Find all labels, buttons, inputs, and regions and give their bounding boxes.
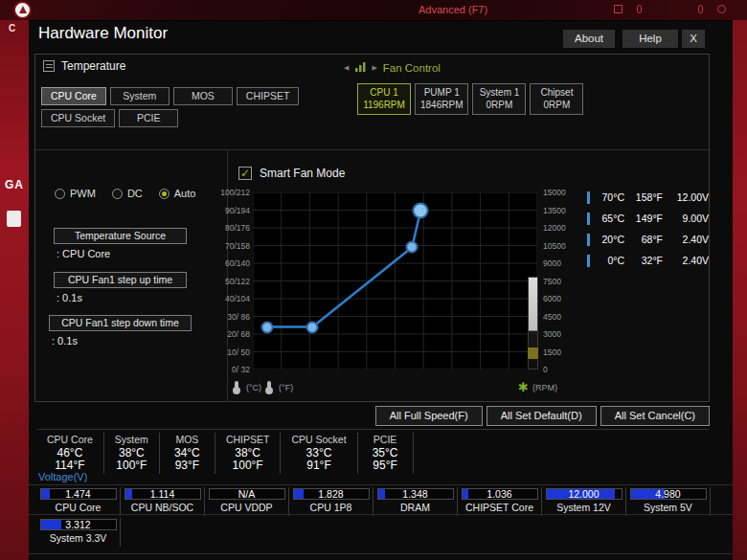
- temp-tab-cpu-socket[interactable]: CPU Socket: [41, 109, 115, 127]
- voltage-value: 1.036: [463, 489, 537, 500]
- mode-radio-dc[interactable]: DC: [112, 188, 143, 199]
- temp-readout-cpu-socket: CPU Socket33°C91°F: [281, 433, 357, 474]
- rpm-axis-label: 10500: [543, 241, 566, 251]
- rpm-axis-label: 12000: [543, 223, 566, 233]
- temp-tab-pcie[interactable]: PCIE: [119, 109, 178, 127]
- help-button[interactable]: Help: [622, 30, 678, 48]
- legend-row: 0°C32°F2.40V: [587, 250, 709, 271]
- temperature-section-label: Temperature: [61, 59, 125, 73]
- temp-axis-label: 0/ 32: [232, 365, 250, 374]
- temp-axis-label: 50/122: [225, 277, 250, 286]
- step-up-time-button[interactable]: CPU Fan1 step up time: [54, 272, 187, 288]
- fan-control-header: ◀ ▶ Fan Control: [344, 59, 441, 77]
- voltage-value: 1.828: [294, 489, 369, 500]
- window-title: Hardware Monitor: [38, 24, 168, 43]
- temperature-readouts: CPU Core46°C114°FSystem38°C100°FMOS34°C9…: [36, 429, 710, 474]
- voltage-readouts-row2: 3.312System 3.3V: [36, 518, 121, 547]
- voltage-system-5v: 4.980System 5V: [626, 487, 711, 516]
- temperature-source-value: : CPU Core: [57, 248, 110, 259]
- voltage-name: System 12V: [544, 502, 623, 513]
- voltage-name: CPU 1P8: [291, 502, 371, 513]
- chevron-left-icon[interactable]: ◀: [344, 64, 349, 72]
- rpm-axis-label: 9000: [543, 258, 561, 268]
- topbar-status-icons: [698, 5, 726, 13]
- mode-label: DC: [127, 188, 143, 199]
- temperature-source-button[interactable]: Temperature Source: [54, 228, 187, 244]
- advanced-mode-label[interactable]: Advanced (F7): [419, 4, 487, 15]
- voltage-value: 12.000: [547, 489, 622, 500]
- radio-icon: [159, 189, 170, 199]
- fan-control-panel: Temperature ◀ ▶ Fan Control CPU CoreSyst…: [34, 54, 710, 402]
- temp-axis-label: 10/ 50: [227, 347, 250, 357]
- temp-fahrenheit: 91°F: [291, 459, 346, 472]
- temperature-section-header: Temperature: [43, 59, 125, 73]
- legend-tick-icon: [587, 234, 590, 246]
- voltage-system-3-3v: 3.312System 3.3V: [36, 518, 121, 547]
- close-button[interactable]: X: [682, 30, 705, 48]
- about-button[interactable]: About: [563, 30, 615, 48]
- fan-curve-point[interactable]: [413, 202, 429, 218]
- temp-name: CPU Socket: [291, 434, 346, 445]
- temp-fahrenheit: 100°F: [115, 459, 148, 472]
- voltage-cpu-core: 1.474CPU Core: [36, 487, 121, 516]
- chevron-right-icon[interactable]: ▶: [372, 64, 376, 72]
- temp-axis-label: 100/212: [220, 188, 250, 197]
- temperature-axis: 100/21290/19480/17670/15860/14050/12240/…: [230, 192, 250, 370]
- temp-axis-label: 40/104: [225, 294, 250, 303]
- divider: [29, 484, 733, 485]
- fan-tabs: CPU 11196RPMPUMP 11846RPMSystem 10RPMChi…: [357, 83, 583, 115]
- step-down-time-button[interactable]: CPU Fan1 step down time: [49, 315, 192, 331]
- action-buttons-row: All Full Speed(F)All Set Default(D)All S…: [29, 406, 710, 426]
- temp-fahrenheit: 95°F: [369, 459, 402, 472]
- temp-axis-label: 90/194: [225, 206, 250, 215]
- smart-fan-checkbox[interactable]: ✓: [238, 167, 252, 180]
- all-set-default-d-button[interactable]: All Set Default(D): [487, 406, 597, 426]
- temp-readout-system: System38°C100°F: [104, 433, 160, 474]
- fan-tab-pump-1[interactable]: PUMP 11846RPM: [415, 83, 468, 115]
- rpm-axis-label: 3000: [543, 329, 561, 339]
- voltage-name: System 3.3V: [38, 532, 118, 544]
- rpm-axis-label: 15000: [543, 188, 566, 197]
- fan-curve-chart[interactable]: [253, 192, 537, 370]
- all-set-cancel-c-button[interactable]: All Set Cancel(C): [600, 406, 710, 426]
- fan-curve-point[interactable]: [406, 241, 419, 254]
- thermometer-icon: [267, 381, 271, 392]
- fan-rpm: 1846RPM: [420, 99, 463, 111]
- temp-tab-system[interactable]: System: [110, 87, 170, 105]
- topbar-status-icons: [614, 5, 642, 13]
- fan-curve-point[interactable]: [260, 321, 273, 333]
- legend-temp-c: 0°C: [596, 255, 624, 266]
- temp-tab-mos[interactable]: MOS: [173, 87, 233, 105]
- fan-tab-chipset[interactable]: Chipset0RPM: [530, 83, 583, 115]
- rpm-axis-label: 1500: [543, 347, 561, 357]
- temp-tab-chipset[interactable]: CHIPSET: [237, 87, 300, 105]
- voltage-cpu-nb-soc: 1.114CPU NB/SOC: [121, 487, 205, 516]
- temp-fahrenheit: 100°F: [226, 459, 270, 472]
- fan-curve-point[interactable]: [306, 321, 319, 333]
- fan-control-icon: [354, 59, 366, 77]
- screenshot-icon: [614, 5, 622, 13]
- temp-name: System: [115, 434, 148, 445]
- voltage-bar: 4.980: [630, 488, 707, 500]
- all-full-speed-f-button[interactable]: All Full Speed(F): [375, 406, 483, 426]
- rpm-axis: 1500013500120001050090007500600045003000…: [543, 192, 581, 370]
- temp-fahrenheit: 93°F: [170, 459, 204, 472]
- legend-temp-f: 158°F: [630, 191, 663, 203]
- rpm-unit-label: (RPM): [532, 383, 557, 392]
- temp-axis-label: 80/176: [225, 223, 250, 233]
- temp-tab-cpu-core[interactable]: CPU Core: [41, 87, 106, 105]
- legend-tick-icon: [587, 255, 590, 267]
- rpm-axis-label: 6000: [543, 294, 561, 303]
- voltage-value: N/A: [210, 489, 284, 500]
- fan-mode-radios: PWMDCAuto: [55, 188, 195, 199]
- voltage-value: 4.980: [631, 489, 706, 500]
- background-right-strip: [733, 0, 747, 560]
- fan-tab-cpu-1[interactable]: CPU 11196RPM: [357, 83, 411, 115]
- voltage-bar: 1.828: [293, 488, 370, 500]
- mode-radio-pwm[interactable]: PWM: [55, 188, 96, 199]
- fan-rpm: 0RPM: [478, 99, 520, 111]
- mode-radio-auto[interactable]: Auto: [159, 188, 196, 199]
- fan-tab-system-1[interactable]: System 10RPM: [472, 83, 526, 115]
- bios-screen: C GA Advanced (F7) Hardware Monitor Abou…: [0, 0, 747, 560]
- topbar: Advanced (F7): [0, 0, 747, 20]
